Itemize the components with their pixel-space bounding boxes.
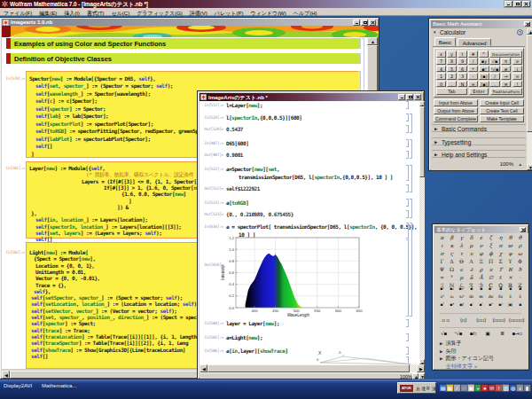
key-.[interactable]: . bbox=[447, 81, 457, 88]
typesetting-palette[interactable]: 基本的なタイプセット αβγδεζηθϑικλμνξπϖρσςτυφϕχψωΓΔ… bbox=[432, 223, 529, 371]
section-help-and-settings[interactable]: ▶Help and Settings bbox=[432, 150, 526, 158]
char-button[interactable]: Ω bbox=[447, 265, 457, 273]
template-button[interactable]: ▪″ bbox=[476, 301, 486, 309]
key-i[interactable]: i bbox=[512, 66, 522, 73]
char-button[interactable]: λ bbox=[457, 241, 466, 249]
imagearts-titlebar[interactable]: Imagearts 1.0.nb bbox=[2, 19, 377, 26]
menu-I[interactable]: 挿入(I) bbox=[60, 8, 83, 18]
radical-template-button[interactable]: √▪ bbox=[437, 330, 450, 338]
atok-mode-chip[interactable]: 漢 bbox=[432, 386, 436, 391]
template-button[interactable]: |▪| bbox=[505, 301, 515, 309]
help-icon[interactable]: ? bbox=[517, 29, 523, 35]
template-button[interactable]: ▪° bbox=[486, 301, 496, 309]
radical-template-button[interactable]: ▪→▫ bbox=[511, 330, 524, 338]
char-button[interactable]: Φ bbox=[515, 257, 525, 265]
char-button[interactable]: Θ bbox=[457, 257, 466, 265]
char-button[interactable]: Λ bbox=[466, 257, 476, 265]
matrix-template-button[interactable]: (▫▫▫) bbox=[490, 316, 507, 325]
menu-G[interactable]: グラフィックス(G) bbox=[133, 8, 186, 18]
key-![interactable]: ! bbox=[512, 81, 522, 88]
radical-template-button[interactable]: ≣ bbox=[496, 330, 509, 338]
key-9[interactable]: 9 bbox=[458, 58, 467, 65]
char-button[interactable]: ϱ bbox=[476, 265, 486, 273]
template-button[interactable]: ▪₂² bbox=[457, 286, 466, 293]
test-vscrollbar[interactable]: ▲ ▼ bbox=[419, 101, 425, 364]
key-∞[interactable]: ∞ bbox=[512, 73, 522, 80]
cell-bracket[interactable] bbox=[410, 199, 412, 218]
button-create-input-cell[interactable]: Create Input Cell bbox=[480, 99, 524, 106]
imagearts-minimize-button[interactable] bbox=[353, 20, 360, 26]
zoom-up-button[interactable]: ▲ bbox=[412, 373, 419, 379]
key-8[interactable]: 8 bbox=[447, 58, 457, 65]
char-button[interactable]: ζ bbox=[486, 233, 496, 241]
cell-bracket[interactable] bbox=[410, 223, 412, 317]
key-→[interactable]: → bbox=[501, 73, 511, 80]
template-button[interactable]: x₂ bbox=[447, 293, 457, 301]
template-button[interactable]: ▪⁺ bbox=[486, 286, 496, 293]
key-x[interactable]: x bbox=[436, 51, 446, 58]
cell-bracket[interactable] bbox=[406, 165, 409, 181]
test-notebook-titlebar[interactable]: ImageArtsのテスト.nb * bbox=[200, 93, 422, 101]
template-button[interactable]: x̄ bbox=[515, 293, 525, 301]
char-button[interactable]: ς bbox=[447, 249, 457, 257]
key-3[interactable]: 3 bbox=[458, 73, 467, 80]
matrix-template-button[interactable]: (▫▫) bbox=[473, 316, 489, 325]
basic-math-assistant-palette[interactable]: Basic Math Assistant ▼Calculator?BasicAd… bbox=[428, 18, 532, 171]
char-button[interactable]: υ bbox=[466, 249, 476, 257]
matrix-template-button[interactable]: (▫▫▫▫) bbox=[508, 316, 525, 325]
template-button[interactable]: ▪̃ bbox=[496, 286, 505, 293]
char-button[interactable]: ω bbox=[515, 249, 525, 257]
matrix-template-button[interactable]: ▫ ▫ bbox=[437, 316, 454, 325]
char-button[interactable]: ℓ bbox=[496, 273, 505, 281]
key-5[interactable]: 5 bbox=[447, 66, 457, 73]
typesetting-close-button[interactable] bbox=[520, 227, 526, 232]
button-create-text-cell[interactable]: Create Text Cell bbox=[480, 107, 524, 114]
char-button[interactable]: ϵ bbox=[457, 265, 466, 273]
key-/[interactable]: / bbox=[468, 58, 478, 65]
char-button[interactable]: ∂ bbox=[466, 265, 476, 273]
template-button[interactable]: ▪² bbox=[437, 286, 447, 293]
test-hscrollbar[interactable]: ◀ ▶ bbox=[200, 364, 425, 372]
char-button[interactable]: κ bbox=[447, 241, 457, 249]
char-button[interactable]: ϖ bbox=[505, 241, 515, 249]
test-minimize-button[interactable] bbox=[398, 94, 405, 100]
key-▪ⁿ[interactable]: ▪ⁿ bbox=[479, 66, 489, 73]
char-button[interactable]: ∅ bbox=[486, 273, 496, 281]
cell-bracket[interactable] bbox=[358, 53, 361, 64]
char-button[interactable]: ℏ bbox=[515, 265, 525, 273]
cell-bracket[interactable] bbox=[406, 113, 409, 121]
test-vscroll-thumb[interactable] bbox=[419, 106, 425, 177]
tab-advanced[interactable]: Advanced bbox=[458, 38, 491, 46]
char-button[interactable]: θ bbox=[505, 233, 515, 241]
key-e[interactable]: e bbox=[512, 58, 522, 65]
char-button[interactable]: Γ bbox=[437, 257, 447, 265]
cell-bracket[interactable] bbox=[406, 199, 409, 207]
key--[interactable]: - bbox=[468, 73, 478, 80]
char-button[interactable]: ε bbox=[476, 233, 486, 241]
cell-bracket[interactable] bbox=[410, 113, 412, 133]
matrix-template-button[interactable]: (▫) bbox=[455, 316, 472, 325]
cell-bracket[interactable] bbox=[406, 151, 409, 159]
radical-template-button[interactable]: ⁿ√▪ bbox=[452, 330, 466, 338]
char-button[interactable]: Ξ bbox=[476, 257, 486, 265]
menu-E[interactable]: 編集(E) bbox=[35, 8, 60, 18]
char-button[interactable]: τ bbox=[457, 249, 466, 257]
cell-bracket[interactable] bbox=[410, 139, 412, 159]
cell-bracket[interactable] bbox=[406, 139, 409, 147]
key-*[interactable]: * bbox=[468, 66, 478, 73]
template-button[interactable]: ▪⃗ bbox=[515, 286, 525, 293]
section-basic-commands[interactable]: ▶Basic Commands bbox=[432, 124, 526, 132]
template-button[interactable]: ▪₂ bbox=[447, 286, 457, 293]
char-button[interactable]: Δ bbox=[447, 257, 457, 265]
char-button[interactable]: γ bbox=[457, 233, 466, 241]
key-0[interactable]: 0 bbox=[436, 81, 446, 88]
key-∕[interactable]: ∕ bbox=[489, 73, 500, 80]
template-button[interactable]: ▪′ bbox=[466, 301, 476, 309]
section-calculator[interactable]: ▼Calculator? bbox=[431, 28, 527, 36]
typesetting-titlebar[interactable]: 基本的なタイプセット bbox=[434, 226, 527, 233]
key-√▪[interactable]: √▪ bbox=[489, 58, 500, 65]
template-button[interactable]: ▪ᵀ bbox=[437, 301, 447, 309]
template-button[interactable]: ∂x bbox=[476, 293, 486, 301]
template-button[interactable]: ▪̂ bbox=[466, 286, 476, 293]
char-button[interactable]: α bbox=[437, 233, 447, 241]
